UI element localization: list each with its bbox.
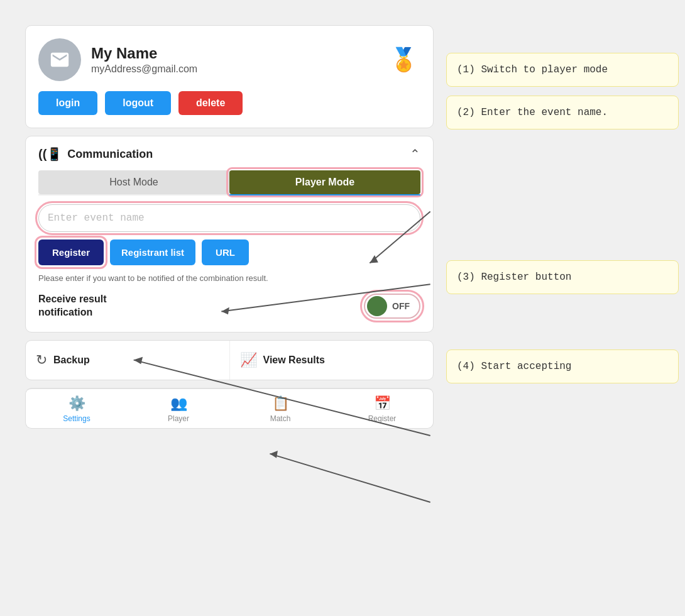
player-mode-button[interactable]: Player Mode: [229, 170, 420, 194]
delete-button[interactable]: delete: [178, 91, 243, 115]
register-button[interactable]: Register: [38, 239, 104, 265]
notification-row: Receive resultnotification OFF: [38, 293, 420, 319]
comm-icon: ((📱: [38, 146, 62, 162]
profile-email: myAddress@gmail.com: [91, 63, 380, 75]
svg-marker-7: [270, 451, 278, 458]
avatar: [38, 38, 81, 81]
profile-buttons: login logout delete: [38, 91, 418, 115]
notification-label: Receive resultnotification: [38, 293, 107, 319]
player-icon: 👥: [170, 395, 187, 412]
annotation-step2: (2) Enter the event name.: [446, 96, 679, 129]
profile-info: My Name myAddress@gmail.com: [91, 45, 380, 75]
nav-register[interactable]: 📅 Register: [331, 389, 433, 428]
toggle-wrap: OFF: [364, 294, 420, 319]
nav-player[interactable]: 👥 Player: [128, 389, 229, 428]
nav-match[interactable]: 📋 Match: [229, 389, 331, 428]
event-name-wrap: [38, 204, 420, 232]
badge-icon: 🏅: [390, 47, 418, 73]
annotation-step3: (3) Register button: [446, 260, 679, 294]
login-button[interactable]: login: [38, 91, 97, 115]
backup-icon: ↻: [36, 352, 47, 368]
host-mode-button[interactable]: Host Mode: [38, 170, 229, 194]
bottom-nav: ⚙️ Settings 👥 Player 📋 Match 📅 Register: [25, 388, 434, 429]
annotation-step1: (1) Switch to player mode: [446, 53, 679, 87]
nav-register-label: Register: [368, 414, 397, 423]
event-name-input[interactable]: [38, 204, 420, 232]
profile-card: My Name myAddress@gmail.com 🏅 login logo…: [25, 25, 434, 128]
settings-icon: ⚙️: [68, 395, 85, 412]
bottom-sections: ↻ Backup 📈 View Results: [25, 340, 434, 380]
action-buttons: Register Registrant list URL: [38, 239, 420, 265]
notification-toggle[interactable]: OFF: [364, 294, 420, 319]
notification-hint: Please enter if you want to be notified …: [38, 273, 420, 284]
registrant-list-button[interactable]: Registrant list: [110, 239, 195, 265]
chart-icon: 📈: [240, 352, 257, 368]
annotation-step4: (4) Start accepting: [446, 349, 679, 383]
nav-match-label: Match: [270, 414, 291, 423]
profile-name: My Name: [91, 45, 380, 62]
url-button[interactable]: URL: [202, 239, 249, 265]
backup-label: Backup: [53, 355, 90, 366]
annotations-panel: (1) Switch to player mode (2) Enter the …: [446, 25, 679, 429]
communication-card: ((📱 Communication ⌃ Host Mode Player Mod…: [25, 136, 434, 333]
svg-line-6: [270, 454, 430, 502]
nav-settings-label: Settings: [63, 414, 90, 423]
chevron-up-icon[interactable]: ⌃: [410, 146, 420, 162]
match-icon: 📋: [272, 395, 289, 412]
logout-button[interactable]: logout: [105, 91, 171, 115]
backup-section[interactable]: ↻ Backup: [26, 341, 230, 380]
toggle-label: OFF: [387, 301, 417, 311]
nav-player-label: Player: [168, 414, 189, 423]
view-results-section[interactable]: 📈 View Results: [230, 341, 434, 380]
mode-toggle: Host Mode Player Mode: [38, 170, 420, 195]
view-results-label: View Results: [263, 355, 325, 366]
nav-settings[interactable]: ⚙️ Settings: [26, 389, 128, 428]
toggle-thumb: [367, 296, 387, 316]
communication-title: ((📱 Communication: [38, 146, 153, 162]
register-icon: 📅: [374, 395, 391, 412]
